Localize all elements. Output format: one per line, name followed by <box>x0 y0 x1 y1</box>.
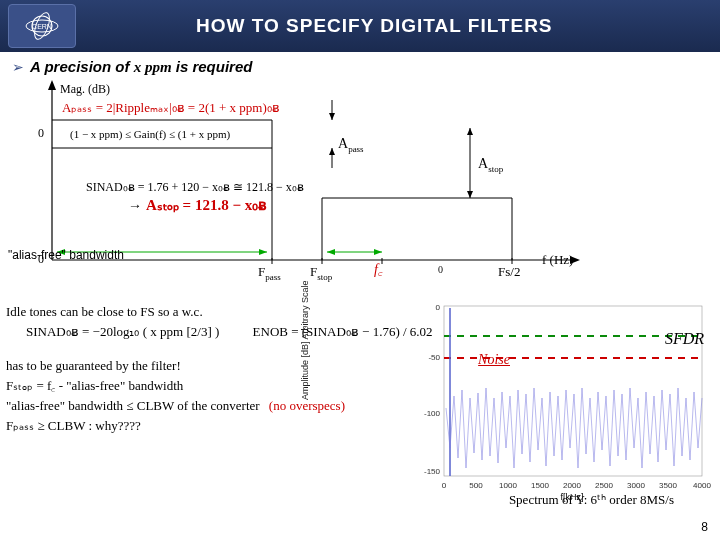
svg-text:-100: -100 <box>424 409 441 418</box>
header-bar: CERN HOW TO SPECIFY DIGITAL FILTERS <box>0 0 720 52</box>
svg-marker-17 <box>329 148 335 155</box>
gain-equation: (1 − x ppm) ≤ Gain(f) ≤ (1 + x ppm) <box>70 128 230 140</box>
diag-zero-x: 0 <box>438 264 443 275</box>
astop-equation: Aₛₜₒₚ = 121.8 − x₀ᴃ <box>146 196 267 214</box>
svg-text:2000: 2000 <box>563 481 581 490</box>
svg-marker-5 <box>48 80 56 90</box>
alias-free-label: "alias-free" bandwidth <box>8 248 124 262</box>
zero-1: 0 <box>38 126 44 141</box>
svg-text:3500: 3500 <box>659 481 677 490</box>
astop-label: Astop <box>478 156 503 174</box>
fstop-tick: Fstop <box>310 264 332 282</box>
sinad-equation: SINAD₀ᴃ = 1.76 + 120 − x₀ᴃ ≅ 121.8 − x₀ᴃ <box>86 180 304 195</box>
ylabel: Amplitude [dB] Arbitrary Scale <box>300 280 310 400</box>
fc-tick: f꜀ <box>374 262 382 278</box>
svg-text:0: 0 <box>442 481 447 490</box>
filter-spec-diagram: Mag. (dB) Aₚₐₛₛ = 2|Rippleₘₐₓ|₀ᴃ = 2(1 +… <box>32 80 592 275</box>
noise-label: Noise <box>478 352 510 368</box>
content-area: ➢ A precision of x ppm is required <box>0 52 720 281</box>
fs2-tick: Fs/2 <box>498 264 520 280</box>
no-overspec: (no overspecs) <box>269 398 345 413</box>
f-axis-label: f (Hz) <box>542 252 573 268</box>
svg-text:500: 500 <box>469 481 483 490</box>
svg-marker-15 <box>329 113 335 120</box>
mag-label: Mag. (dB) <box>60 82 110 97</box>
x-ticks: 0 500 1000 1500 2000 2500 3000 3500 4000 <box>442 481 712 490</box>
cern-logo-icon: CERN <box>22 8 62 44</box>
req-var: x ppm <box>134 59 172 75</box>
page-number: 8 <box>701 520 708 534</box>
svg-text:2500: 2500 <box>595 481 613 490</box>
apass-equation: Aₚₐₛₛ = 2|Rippleₘₐₓ|₀ᴃ = 2(1 + x ppm)₀ᴃ <box>62 100 280 116</box>
req-prefix: A precision of <box>30 58 134 75</box>
svg-text:1000: 1000 <box>499 481 517 490</box>
svg-marker-25 <box>259 249 267 255</box>
svg-text:0: 0 <box>436 303 441 312</box>
svg-marker-28 <box>374 249 382 255</box>
bullet-icon: ➢ <box>12 59 24 75</box>
apass-label: Apass <box>338 136 364 154</box>
fpass-tick: Fpass <box>258 264 281 282</box>
svg-text:4000: 4000 <box>693 481 711 490</box>
cern-logo: CERN <box>8 4 76 48</box>
svg-text:1500: 1500 <box>531 481 549 490</box>
page-title: HOW TO SPECIFY DIGITAL FILTERS <box>196 15 553 37</box>
svg-marker-19 <box>467 128 473 135</box>
requirement-line: ➢ A precision of x ppm is required <box>12 58 708 76</box>
req-suffix: is required <box>176 58 253 75</box>
svg-text:3000: 3000 <box>627 481 645 490</box>
svg-text:CERN: CERN <box>32 23 52 30</box>
svg-marker-21 <box>467 191 473 198</box>
svg-text:-50: -50 <box>428 353 440 362</box>
spectrum-title: Spectrum of Y: 6ᵗʰ order 8MS/s <box>509 492 674 508</box>
arrow-icon: → <box>128 198 142 214</box>
y-ticks: 0 -50 -100 -150 <box>424 303 441 476</box>
svg-marker-27 <box>327 249 335 255</box>
sfdr-label: SFDR <box>665 330 704 348</box>
svg-text:-150: -150 <box>424 467 441 476</box>
